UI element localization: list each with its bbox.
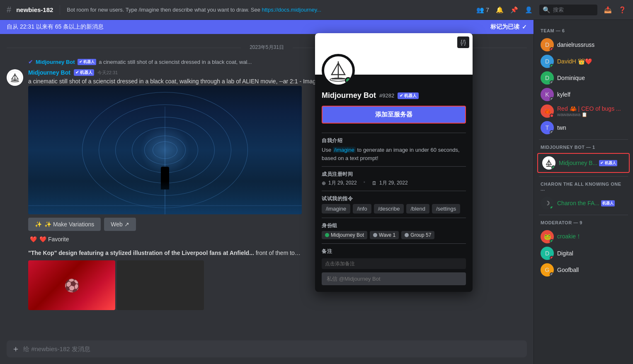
web-button[interactable]: Web ↗ — [104, 218, 136, 231]
message-input-area: ＋ — [0, 340, 534, 364]
status-dot-red — [550, 114, 554, 118]
member-name-twn: twn — [557, 124, 566, 131]
sidebar-member-danielrussruss[interactable]: D danielrussruss — [537, 36, 630, 53]
help-icon[interactable]: ❓ — [618, 6, 626, 14]
notification-bar: 自从 22:31 以来有 65 条以上的新消息 标记为已读 ✓ — [0, 20, 534, 34]
author-robot-tag: ✔ 机器人 — [74, 69, 94, 76]
notes-input[interactable] — [322, 258, 466, 269]
moderator-section-title: MODERATOR — 9 — [537, 218, 630, 227]
profile-json-button[interactable]: {/} — [457, 36, 469, 48]
thumbnail-2[interactable] — [117, 260, 204, 310]
sidebar-member-croakie[interactable]: 🐸 croakie！ — [537, 228, 630, 245]
cmd-info[interactable]: /info — [353, 204, 371, 214]
members-icon[interactable]: 👥 7 — [476, 6, 489, 14]
member-name-kylelf: kylelf — [557, 91, 570, 98]
avatar-charon: ☽ — [541, 197, 554, 210]
favorite-button[interactable]: ❤️ ❤️ Favorite — [28, 233, 70, 246]
top-bar-icons: 👥 7 🔔 📌 👤 🔍 🔍 搜索 📥 ❓ — [476, 5, 626, 15]
status-dot-davidh — [550, 64, 554, 68]
profile-divider-5 — [322, 243, 466, 244]
profile-bio: Use /imagine to generate an image in und… — [322, 146, 466, 162]
profile-name: Midjourney Bot — [322, 91, 376, 100]
cmd-describe[interactable]: /describe — [374, 204, 404, 214]
charon-tag: 机器人 — [601, 200, 615, 206]
discord-date: ⊕ 1月 29, 2022 — [322, 180, 357, 187]
search-bar[interactable]: 🔍 🔍 搜索 — [539, 5, 597, 15]
sidebar-member-davidh[interactable]: D DavidH 👑❤️ — [537, 53, 630, 70]
liverpool-thumbnail[interactable]: ⚽ — [28, 260, 115, 310]
message-author: Midjourney Bot — [28, 69, 70, 76]
checkmark-icon: ✔ — [28, 58, 33, 65]
person-add-icon[interactable]: 👤 — [525, 6, 533, 14]
avatar-croakie: 🐸 — [541, 230, 554, 243]
desc-bold: "The Kop" design featuring a stylized il… — [28, 250, 254, 256]
channel-name: newbies-182 — [16, 6, 53, 13]
sidebar-member-twn[interactable]: T twn — [537, 119, 630, 136]
mj-bot-tag: ✔ 机器人 — [599, 160, 617, 166]
search-placeholder: 搜索 — [553, 6, 564, 14]
status-dot-danielrussruss — [550, 47, 554, 51]
sidebar-member-goofball[interactable]: G Goofball — [537, 262, 630, 278]
role-dot-1 — [325, 233, 329, 237]
sparkle-icon: ✨ — [35, 221, 42, 228]
generated-image[interactable] — [28, 86, 302, 214]
sidebar-member-digital[interactable]: D Digital — [537, 245, 630, 262]
role-wave: Wave 1 — [370, 231, 399, 239]
profile-robot-tag: ✔ 机器人 — [398, 92, 419, 99]
inline-author: Midjourney Bot — [36, 59, 75, 65]
status-dot-twn — [550, 130, 554, 134]
add-attachment-icon[interactable]: ＋ — [12, 343, 20, 354]
add-to-server-button[interactable]: 添加至服务器 — [322, 106, 466, 124]
profile-banner: {/} — [315, 33, 473, 75]
status-dot-kylelf — [550, 97, 554, 101]
tunnel-floor-glow — [28, 181, 302, 214]
sidebar-member-kylelf[interactable]: K kylelf — [537, 86, 630, 103]
status-dot-charon — [550, 206, 554, 210]
message-input[interactable] — [23, 340, 522, 357]
profile-actions: {/} — [457, 36, 469, 48]
status-dot-dominique — [550, 80, 554, 85]
charon-section-title: CHARON THE ALL KNOWING ONE ... — [537, 180, 630, 193]
sidebar-member-charon[interactable]: ☽ Charon the FA... 机器人 — [537, 195, 630, 211]
notes-label: 备注 — [322, 248, 466, 255]
inline-text: a cinematic still shot of a sciencist dr… — [99, 59, 252, 65]
cmd-settings[interactable]: /settings — [432, 204, 460, 214]
team-section-title: TEAM — 6 — [537, 27, 630, 35]
tunnel-rail-left — [28, 205, 302, 206]
bio-label: 自我介绍 — [322, 137, 466, 144]
sidebar-member-mj-bot[interactable]: Midjourney B... ✔ 机器人 — [539, 155, 628, 171]
sidebar-member-dominique[interactable]: D Dominique — [537, 70, 630, 86]
profile-divider-1 — [322, 133, 466, 133]
dm-input[interactable] — [322, 272, 466, 285]
imagine-cmd: /imagine — [333, 147, 356, 153]
mute-icon[interactable]: 🔔 — [496, 6, 504, 14]
avatar-kylelf: K — [541, 88, 554, 101]
cmd-imagine[interactable]: /imagine — [322, 204, 350, 214]
mark-read-button[interactable]: 标记为已读 ✓ — [490, 23, 527, 31]
member-name-croakie: croakie！ — [557, 233, 582, 240]
message-input-wrap: ＋ — [7, 340, 527, 357]
make-variations-button[interactable]: ✨ ✨ Make Variations — [28, 218, 101, 231]
pin-icon[interactable]: 📌 — [510, 6, 518, 14]
status-dot-digital — [550, 256, 554, 260]
status-dot-goofball — [550, 272, 554, 277]
search-icon: 🔍 — [543, 6, 551, 14]
status-dot-mj-bot — [551, 165, 555, 170]
member-name-mj-bot: Midjourney B... — [559, 160, 597, 166]
member-sub-red: wawawawa 📋 — [557, 112, 621, 117]
profile-divider-4 — [322, 218, 466, 218]
command-chips: /imagine /info /describe /blend /setting… — [322, 204, 466, 214]
profile-name-row: Midjourney Bot #9282 ✔ 机器人 — [322, 91, 466, 100]
role-mj-bot: Midjourney Bot — [322, 231, 367, 239]
charon-name-row: Charon the FA... 机器人 — [557, 200, 615, 206]
cmd-blend[interactable]: /blend — [406, 204, 429, 214]
role-name-3: Group 57 — [410, 232, 431, 238]
sidebar-member-red[interactable]: 🦀 Red 🦀 | CEO of bugs ... wawawawa 📋 — [537, 103, 630, 119]
server-date: 🗓 1月 29, 2022 — [372, 180, 408, 187]
commands-label: 试试我的指令 — [322, 195, 466, 202]
profile-divider-2 — [322, 166, 466, 167]
inbox-icon[interactable]: 📥 — [604, 6, 612, 14]
role-name-2: Wave 1 — [379, 232, 395, 238]
inline-robot-tag: ✔ 机器人 — [78, 59, 97, 65]
member-name-davidh: DavidH 👑❤️ — [557, 58, 592, 65]
